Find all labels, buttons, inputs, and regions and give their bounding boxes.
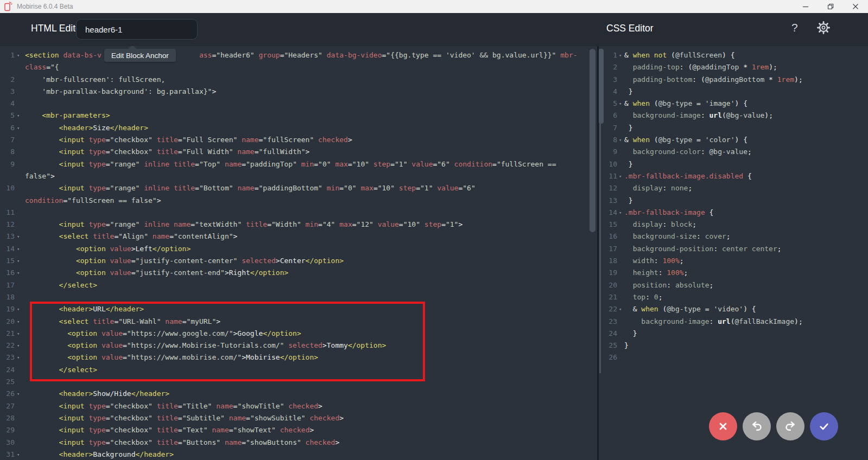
gutter-spacer — [617, 182, 624, 194]
line-number: 19 — [0, 303, 15, 315]
undo-button[interactable] — [743, 412, 771, 440]
gutter-spacer — [15, 74, 25, 86]
redo-button[interactable] — [776, 412, 804, 440]
code-text: } — [624, 86, 633, 98]
code-text: <header>URL</header> — [25, 303, 144, 315]
css-editor-scrollbar[interactable] — [599, 49, 604, 124]
line-number — [0, 61, 15, 73]
line-number: 20 — [0, 316, 15, 328]
code-text: top: 0; — [624, 291, 662, 303]
line-number: 23 — [0, 352, 15, 363]
fold-arrow-icon[interactable]: ▾ — [617, 134, 624, 146]
code-text: condition="fullScreen == false"> — [25, 195, 161, 207]
code-text: .mbr-fallback-image { — [624, 207, 713, 219]
check-icon — [817, 419, 831, 433]
fold-arrow-icon[interactable]: ▾ — [15, 255, 25, 267]
gutter-spacer — [15, 146, 25, 158]
line-number: 24 — [0, 364, 15, 376]
code-text: <header>Background</header> — [25, 449, 174, 460]
gutter-spacer — [617, 291, 624, 303]
line-number: 14 — [0, 243, 15, 255]
close-window-icon[interactable] — [843, 0, 868, 13]
gutter-spacer — [617, 146, 624, 158]
gutter-spacer — [617, 340, 624, 352]
gutter-spacer — [15, 364, 25, 376]
css-code-area[interactable]: 1▾& when not (@fullScreen) {2 padding-to… — [599, 46, 868, 364]
code-line: 1▾<section data-bs-vass="header6" group=… — [0, 49, 597, 61]
line-number: 8 — [604, 134, 617, 146]
code-text: <input type="checkbox" title="Subtitle" … — [25, 412, 344, 424]
block-anchor-input[interactable] — [76, 19, 198, 40]
css-editor-title: CSS Editor — [606, 23, 654, 34]
fold-arrow-icon[interactable]: ▾ — [15, 49, 25, 61]
code-text: } — [624, 328, 637, 340]
code-text: position: absolute; — [624, 279, 713, 291]
line-number: 5 — [0, 110, 15, 122]
code-line: 20 position: absolute; — [604, 279, 868, 291]
editor-action-buttons — [709, 412, 838, 440]
fold-arrow-icon[interactable]: ▾ — [617, 303, 624, 315]
confirm-button[interactable] — [810, 412, 838, 440]
gutter-spacer — [15, 134, 25, 146]
line-number — [0, 195, 15, 207]
line-number: 10 — [604, 158, 617, 170]
line-number: 18 — [0, 291, 15, 303]
code-line: 7 <input type="checkbox" title="Full Scr… — [0, 134, 597, 146]
code-text: <input type="checkbox" title="Full Scree… — [25, 134, 352, 146]
fold-arrow-icon[interactable]: ▾ — [617, 49, 624, 61]
fold-arrow-icon[interactable]: ▾ — [15, 388, 25, 400]
help-icon[interactable]: ? — [791, 21, 798, 34]
code-line: 11 — [0, 207, 597, 219]
gutter-spacer — [617, 158, 624, 170]
restore-button[interactable] — [818, 0, 843, 13]
css-editor-panel[interactable]: 1▾& when not (@fullScreen) {2 padding-to… — [599, 46, 868, 460]
code-line: 20▾ <select title="URL-Wahl" name="myURL… — [0, 316, 597, 328]
code-text: .mbr-fallback-image.disabled { — [624, 170, 752, 182]
gutter-spacer — [617, 255, 624, 267]
fold-arrow-icon[interactable]: ▾ — [15, 316, 25, 328]
fold-arrow-icon[interactable]: ▾ — [15, 110, 25, 122]
line-number: 6 — [0, 122, 15, 134]
line-number: 9 — [604, 146, 617, 158]
line-number: 1 — [0, 49, 15, 61]
mobirise-logo-icon — [4, 2, 12, 11]
fold-arrow-icon[interactable]: ▾ — [15, 352, 25, 363]
fold-arrow-icon[interactable]: ▾ — [617, 170, 624, 182]
code-line: 2 padding-top: (@paddingTop * 1rem); — [604, 61, 868, 73]
code-line: 23 background-image: url(@fallBackImage)… — [604, 316, 868, 328]
cancel-button[interactable] — [709, 412, 737, 440]
fold-arrow-icon[interactable]: ▾ — [617, 98, 624, 110]
code-text: background-color: @bg-value; — [624, 146, 752, 158]
html-code-area[interactable]: 1▾<section data-bs-vass="header6" group=… — [0, 46, 597, 460]
code-line: 2 'mbr-fullscreen': fullScreen, — [0, 74, 597, 86]
fold-arrow-icon[interactable]: ▾ — [15, 122, 25, 134]
gutter-spacer — [15, 207, 25, 219]
minimize-button[interactable] — [793, 0, 818, 13]
fold-arrow-icon[interactable]: ▾ — [15, 449, 25, 460]
fold-arrow-icon[interactable]: ▾ — [15, 340, 25, 352]
code-text: padding-bottom: (@paddingBottom * 1rem); — [624, 74, 803, 86]
html-editor-panel[interactable]: 1▾<section data-bs-vass="header6" group=… — [0, 46, 599, 460]
code-text: </select> — [25, 279, 97, 291]
fold-arrow-icon[interactable]: ▾ — [15, 267, 25, 279]
code-line: 24 </select> — [0, 364, 597, 376]
code-line: 13 } — [604, 195, 868, 207]
html-editor-scrollbar[interactable] — [590, 49, 595, 232]
line-number: 5 — [604, 98, 617, 110]
fold-arrow-icon[interactable]: ▾ — [15, 243, 25, 255]
code-text: class="{ — [25, 61, 59, 73]
gutter-spacer — [15, 98, 25, 110]
fold-arrow-icon[interactable]: ▾ — [15, 328, 25, 340]
fold-arrow-icon[interactable]: ▾ — [15, 231, 25, 242]
gear-icon[interactable] — [816, 21, 831, 37]
fold-arrow-icon[interactable]: ▾ — [617, 207, 624, 219]
code-line: 22▾ & when (@bg-type = 'video') { — [604, 303, 868, 315]
code-line: 16▾ <option value="justify-content-end">… — [0, 267, 597, 279]
fold-arrow-icon[interactable]: ▾ — [15, 303, 25, 315]
code-text: <input type="checkbox" title="Buttons" n… — [25, 437, 339, 449]
code-text: 'mbr-fullscreen': fullScreen, — [25, 74, 165, 86]
line-number: 21 — [604, 291, 617, 303]
code-text: <header>Show/Hide</header> — [25, 388, 169, 400]
gutter-spacer — [617, 352, 624, 363]
gutter-spacer — [617, 279, 624, 291]
